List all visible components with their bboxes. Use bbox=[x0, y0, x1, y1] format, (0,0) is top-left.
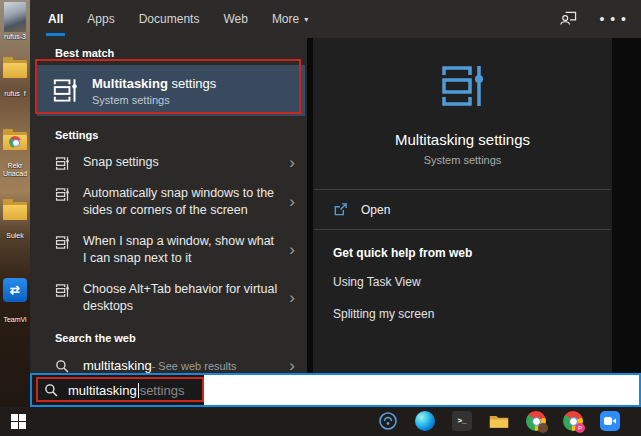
search-input[interactable]: multitasking settings bbox=[32, 375, 204, 405]
best-match-subtitle: System settings bbox=[92, 94, 216, 106]
chevron-down-icon: ▾ bbox=[304, 15, 308, 24]
desktop-wallpaper: rufus-3 rufus_f Rekr Unacad Sulek ⇄ Team… bbox=[0, 0, 30, 407]
chevron-right-icon[interactable]: › bbox=[289, 243, 295, 257]
teamviewer-icon: ⇄ bbox=[3, 278, 27, 302]
search-results-panel: Best match Multitasking settings System … bbox=[30, 38, 307, 373]
tab-all[interactable]: All bbox=[48, 0, 63, 38]
file-explorer-icon[interactable] bbox=[489, 411, 509, 431]
chrome-profile-badge bbox=[538, 423, 548, 433]
desktop-icon-rufus-app[interactable]: rufus-3 bbox=[0, 2, 30, 40]
detail-subtitle: System settings bbox=[313, 154, 612, 166]
connect-wireless-display-icon[interactable] bbox=[378, 411, 398, 431]
chrome-profile-p-badge: P bbox=[575, 423, 585, 433]
desktop-icon-sulek-folder[interactable]: Sulek bbox=[0, 202, 30, 239]
multitasking-icon bbox=[55, 235, 70, 250]
search-typed-text: multitasking bbox=[68, 383, 137, 398]
desktop-icon-label: Sulek bbox=[0, 232, 30, 239]
terminal-icon[interactable]: >_ bbox=[452, 411, 472, 431]
best-match-title: Multitasking settings bbox=[92, 76, 216, 91]
taskbar: >_ P bbox=[0, 407, 641, 436]
tab-web[interactable]: Web bbox=[223, 0, 247, 38]
text-cursor bbox=[138, 383, 139, 398]
multitasking-icon-large bbox=[439, 62, 487, 110]
desktop-icon-rekr-folder[interactable]: Rekr Unacad bbox=[0, 132, 30, 177]
chevron-right-icon[interactable]: › bbox=[289, 291, 295, 305]
start-button[interactable] bbox=[11, 414, 26, 429]
search-flyout-tab-bar: All Apps Documents Web More▾ • • • bbox=[30, 0, 641, 38]
multitasking-icon bbox=[55, 187, 70, 202]
search-the-web-header: Search the web bbox=[30, 322, 307, 350]
tab-apps[interactable]: Apps bbox=[87, 0, 114, 38]
sign-in-options-icon[interactable] bbox=[559, 9, 578, 30]
multitasking-icon bbox=[55, 156, 70, 171]
multitasking-icon bbox=[55, 283, 70, 298]
desktop-icon-label: TeamVi bbox=[0, 316, 30, 323]
open-in-new-icon bbox=[333, 202, 348, 217]
search-suggestion-text: settings bbox=[140, 383, 185, 398]
desktop-icon-teamviewer[interactable]: ⇄ TeamVi bbox=[0, 278, 30, 323]
microsoft-edge-icon[interactable] bbox=[415, 411, 435, 431]
windows-logo-icon bbox=[11, 414, 26, 429]
tab-more[interactable]: More▾ bbox=[272, 0, 308, 38]
desktop-icon-rufus-folder[interactable]: rufus_f bbox=[0, 60, 30, 97]
chevron-right-icon[interactable]: › bbox=[289, 156, 295, 170]
help-link-using-task-view[interactable]: Using Task View bbox=[313, 266, 612, 298]
quick-help-header: Get quick help from web bbox=[313, 230, 612, 266]
folder-icon bbox=[3, 202, 27, 220]
desktop-icon-label: rufus_f bbox=[0, 90, 30, 97]
taskbar-search-box[interactable]: multitasking settings bbox=[30, 373, 641, 407]
desktop-icon-label: rufus-3 bbox=[0, 33, 30, 40]
search-tabs: All Apps Documents Web More▾ bbox=[30, 0, 308, 38]
folder-icon bbox=[3, 60, 27, 78]
help-link-splitting-my-screen[interactable]: Splitting my screen bbox=[313, 298, 612, 330]
zoom-app-icon[interactable] bbox=[600, 411, 620, 431]
multitasking-icon bbox=[52, 77, 79, 104]
open-action[interactable]: Open bbox=[313, 190, 612, 229]
detail-title: Multitasking settings bbox=[313, 131, 612, 148]
search-icon bbox=[44, 383, 59, 398]
desktop-icon-label: Unacad bbox=[0, 170, 30, 177]
settings-section-header: Settings bbox=[30, 116, 307, 147]
search-icon bbox=[55, 359, 70, 374]
result-detail-panel: Multitasking settings System settings Op… bbox=[313, 38, 612, 373]
rufus-app-icon bbox=[4, 2, 26, 32]
result-snap-settings[interactable]: Snap settings › bbox=[30, 147, 307, 178]
desktop-icon-label: Rekr bbox=[0, 162, 30, 169]
chrome-icon[interactable] bbox=[526, 411, 546, 431]
best-match-header: Best match bbox=[30, 38, 307, 65]
chrome-profile-p-icon[interactable]: P bbox=[563, 411, 583, 431]
chevron-right-icon[interactable]: › bbox=[289, 359, 295, 373]
desktop-background-strip bbox=[612, 38, 641, 373]
result-automatically-snap-windows[interactable]: Automatically snap windows to the sides … bbox=[30, 178, 307, 226]
result-when-i-snap-a-window[interactable]: When I snap a window, show what I can sn… bbox=[30, 226, 307, 274]
best-match-result-multitasking-settings[interactable]: Multitasking settings System settings bbox=[37, 65, 305, 116]
more-options-icon[interactable]: • • • bbox=[600, 14, 627, 24]
folder-chrome-icon bbox=[3, 132, 27, 150]
chrome-icon bbox=[9, 136, 21, 148]
chevron-right-icon[interactable]: › bbox=[289, 195, 295, 209]
result-choose-alt-tab-behavior[interactable]: Choose Alt+Tab behavior for virtual desk… bbox=[30, 274, 307, 322]
tab-documents[interactable]: Documents bbox=[139, 0, 200, 38]
